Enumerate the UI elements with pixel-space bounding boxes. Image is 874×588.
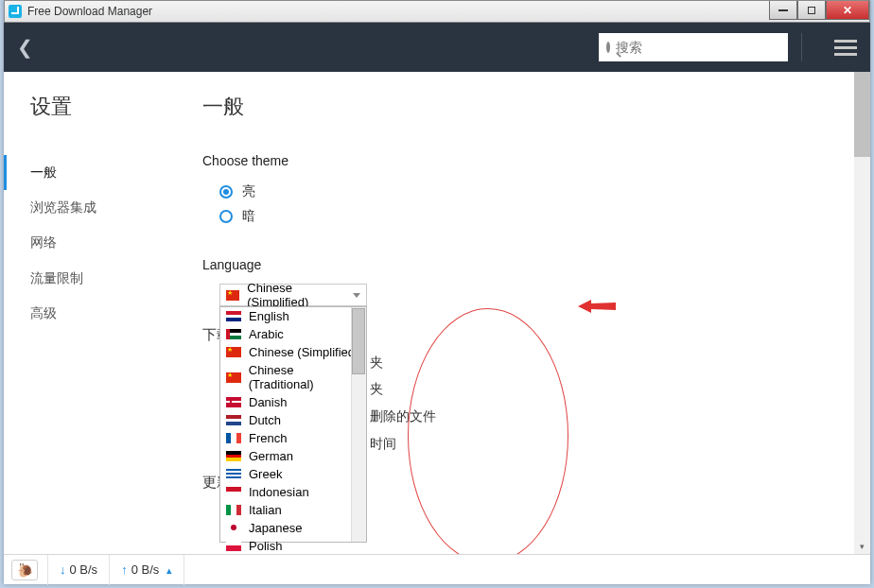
window-controls: ✕ [769,1,869,20]
section-heading: 一般 [202,93,870,121]
language-label: Language [202,257,870,272]
language-selected-value: Chinese (Simplified) [247,281,345,309]
flag-icon [226,433,241,443]
radio-icon [219,210,233,223]
flag-icon [226,505,241,515]
flag-icon [226,469,241,479]
theme-option-label: 暗 [242,208,255,225]
language-option-label: Danish [249,395,287,409]
language-option[interactable]: Chinese (Traditional) [220,361,366,393]
flag-icon [226,415,241,425]
language-dropdown[interactable]: EnglishArabicChinese (Simplified)Chinese… [219,306,367,543]
language-option[interactable]: German [220,447,366,465]
back-button[interactable]: ❮ [17,36,33,59]
flag-icon [226,397,241,407]
theme-option-light[interactable]: 亮 [202,180,870,204]
app-window: Free Download Manager ✕ ❮ 设置 一般 浏览器集成 网络… [4,0,870,584]
theme-option-dark[interactable]: 暗 [202,204,870,229]
vertical-scrollbar[interactable]: ▾ [854,72,870,554]
language-option[interactable]: English [220,307,366,325]
content-area: 设置 一般 浏览器集成 网络 流量限制 高级 一般 Choose theme 亮… [4,72,870,554]
theme-option-label: 亮 [242,183,255,200]
window-title: Free Download Manager [27,5,152,18]
language-option-label: Chinese (Traditional) [249,363,360,391]
download-speed: ↓0 B/s [48,562,109,577]
scrollbar-thumb[interactable] [352,308,365,374]
flag-icon [226,523,241,533]
scroll-down-icon[interactable]: ▾ [854,538,870,554]
chevron-down-icon [353,293,360,298]
language-option[interactable]: Chinese (Simplified) [220,343,366,361]
language-option-label: German [249,449,293,463]
flag-icon [226,311,241,321]
dropdown-scrollbar[interactable] [351,307,366,542]
language-option-label: Polish [249,539,282,553]
language-option-label: Chinese (Simplified) [249,345,358,359]
language-option-label: French [249,431,287,445]
search-icon [606,42,610,53]
down-arrow-icon: ↓ [60,562,66,577]
search-box[interactable] [599,33,788,61]
flag-icon [226,487,241,497]
language-option[interactable]: Dutch [220,411,366,429]
theme-label: Choose theme [202,153,870,168]
flag-icon [226,541,241,551]
upload-speed: ↑0 B/s▴ [110,562,184,577]
language-option[interactable]: Italian [220,501,366,519]
language-option[interactable]: Greek [220,465,366,483]
language-option[interactable]: Danish [220,393,366,411]
sidebar-item-general[interactable]: 一般 [4,155,202,190]
flag-icon [226,451,241,461]
language-option[interactable]: Polish [220,537,366,554]
scrollbar-thumb[interactable] [854,72,870,157]
language-option-label: English [249,309,289,323]
language-option[interactable]: Japanese [220,519,366,537]
titlebar: Free Download Manager ✕ [4,0,870,23]
language-option-label: Arabic [249,327,284,341]
snail-mode-button[interactable]: 🐌 [11,560,38,580]
flag-icon [226,372,241,383]
settings-title: 设置 [4,93,202,121]
sidebar-item-network[interactable]: 网络 [4,225,202,260]
language-option-label: Dutch [249,413,281,427]
language-option[interactable]: French [220,429,366,447]
settings-main: 一般 Choose theme 亮 暗 Language Chinese (Si… [202,72,870,554]
language-option-label: Greek [249,467,282,481]
sidebar-item-advanced[interactable]: 高级 [4,296,202,331]
settings-sidebar: 设置 一般 浏览器集成 网络 流量限制 高级 [4,72,202,554]
up-arrow-icon: ↑ [121,562,128,577]
statusbar: 🐌 ↓0 B/s ↑0 B/s▴ [4,554,870,584]
close-button[interactable]: ✕ [826,1,869,20]
flag-icon [226,347,241,357]
chevron-up-icon[interactable]: ▴ [166,564,172,576]
sidebar-item-browser[interactable]: 浏览器集成 [4,190,202,225]
language-option[interactable]: Arabic [220,325,366,343]
sidebar-item-traffic[interactable]: 流量限制 [4,261,202,296]
minimize-button[interactable] [769,1,797,20]
maximize-button[interactable] [797,1,826,20]
toolbar: ❮ [4,23,870,72]
language-select[interactable]: Chinese (Simplified) [219,284,367,306]
language-option-label: Japanese [249,521,302,535]
language-option-label: Italian [249,503,282,517]
radio-icon [219,185,233,199]
menu-button[interactable] [834,40,857,56]
language-option[interactable]: Indonesian [220,483,366,501]
toolbar-separator [801,33,802,61]
search-input[interactable] [616,40,781,55]
flag-icon [226,290,239,301]
app-icon [9,5,22,18]
language-option-label: Indonesian [249,485,309,499]
flag-icon [226,329,241,339]
